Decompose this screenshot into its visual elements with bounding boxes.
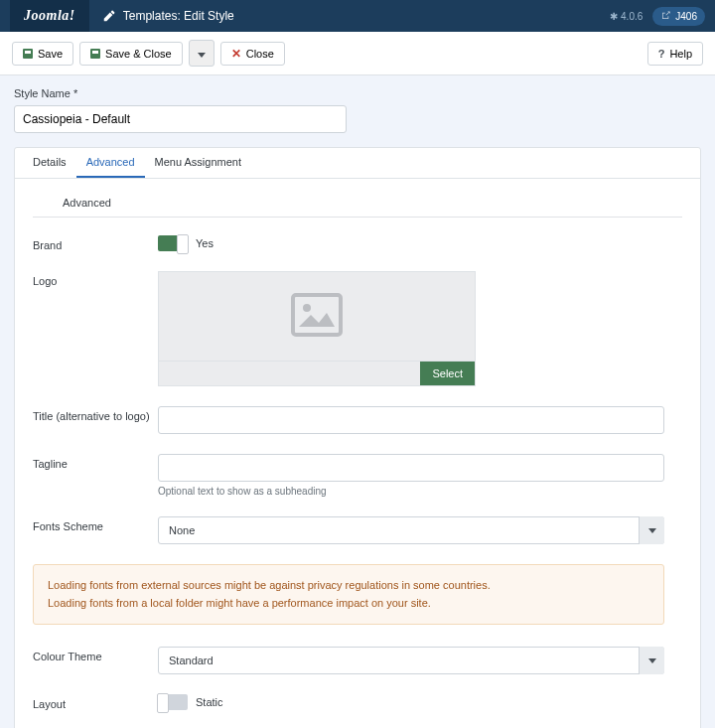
svg-rect-0	[293, 295, 341, 335]
chevron-down-icon	[198, 53, 206, 58]
save-close-button[interactable]: Save & Close	[79, 42, 183, 66]
layout-toggle[interactable]	[158, 694, 188, 710]
tagline-input[interactable]	[158, 454, 664, 482]
fieldset-legend: Advanced	[33, 197, 682, 218]
close-button[interactable]: ✕ Close	[220, 42, 285, 66]
help-icon: ?	[658, 48, 665, 60]
style-name-label: Style Name *	[14, 87, 701, 99]
version-badge[interactable]: J406	[652, 7, 705, 26]
version-text: ✱ 4.0.6	[610, 11, 643, 22]
save-dropdown-button[interactable]	[189, 40, 214, 67]
image-icon	[291, 293, 343, 340]
tab-menu-assignment[interactable]: Menu Assignment	[145, 148, 251, 178]
save-icon	[90, 49, 100, 59]
style-name-input[interactable]	[14, 105, 347, 133]
tagline-help: Optional text to show as a subheading	[158, 486, 682, 497]
layout-label: Layout	[33, 694, 158, 710]
title-alt-input[interactable]	[158, 406, 664, 434]
tab-details[interactable]: Details	[23, 148, 76, 178]
help-button[interactable]: ? Help	[647, 42, 703, 66]
colour-theme-label: Colour Theme	[33, 647, 158, 674]
logo-preview	[158, 271, 476, 361]
tagline-label: Tagline	[33, 454, 158, 497]
brand-toggle[interactable]	[158, 235, 188, 251]
save-icon	[23, 49, 33, 59]
form-card: Details Advanced Menu Assignment Advance…	[14, 147, 701, 728]
pencil-icon	[103, 10, 115, 22]
title-alt-label: Title (alternative to logo)	[33, 406, 158, 434]
brand-value: Yes	[196, 237, 214, 249]
tabs: Details Advanced Menu Assignment	[15, 148, 700, 179]
joomla-logo[interactable]: Joomla!	[10, 0, 89, 32]
fonts-scheme-label: Fonts Scheme	[33, 516, 158, 544]
fonts-warning-alert: Loading fonts from external sources migh…	[33, 564, 664, 625]
page-title: Templates: Edit Style	[123, 9, 234, 23]
layout-value: Static	[196, 696, 223, 708]
popout-icon	[660, 10, 671, 23]
logo-label: Logo	[33, 271, 158, 386]
top-bar: Joomla! Templates: Edit Style ✱ 4.0.6 J4…	[0, 0, 715, 32]
page-title-area: Templates: Edit Style	[89, 9, 234, 23]
fonts-scheme-select[interactable]: None	[158, 516, 664, 544]
tab-advanced[interactable]: Advanced	[76, 148, 145, 178]
brand-label: Brand	[33, 235, 158, 251]
save-button[interactable]: Save	[12, 42, 73, 66]
close-icon: ✕	[231, 48, 241, 60]
action-toolbar: Save Save & Close ✕ Close ? Help	[0, 32, 715, 75]
svg-point-1	[303, 304, 311, 312]
logo-select-button[interactable]: Select	[420, 362, 475, 385]
colour-theme-select[interactable]: Standard	[158, 647, 664, 674]
